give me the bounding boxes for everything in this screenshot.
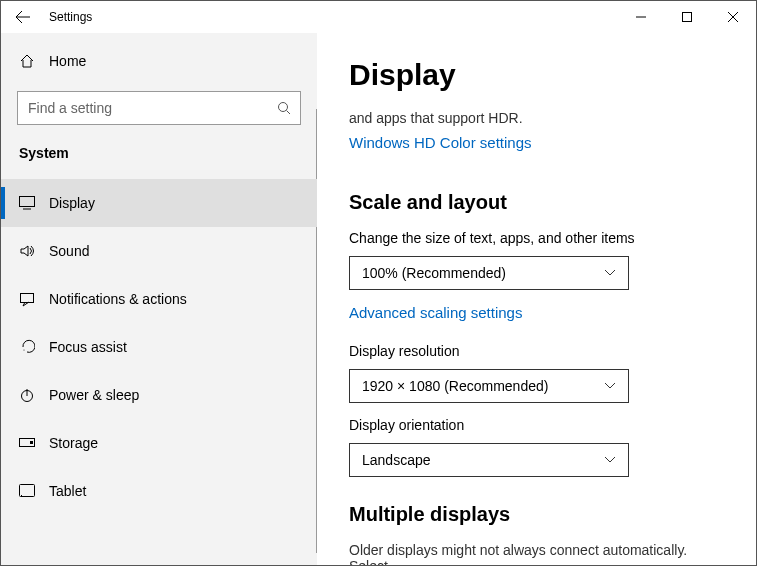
power-icon [19, 387, 49, 403]
orientation-dropdown[interactable]: Landscape [349, 443, 629, 477]
search-icon [268, 101, 300, 115]
sidebar-item-label: Storage [49, 435, 98, 451]
title-bar: Settings [1, 1, 756, 33]
search-box[interactable] [17, 91, 301, 125]
sidebar-heading: System [1, 145, 317, 179]
svg-point-1 [279, 103, 288, 112]
scale-layout-heading: Scale and layout [349, 191, 726, 214]
close-icon [728, 12, 738, 22]
sidebar-item-label: Focus assist [49, 339, 127, 355]
orientation-label: Display orientation [349, 417, 726, 433]
maximize-button[interactable] [664, 1, 710, 33]
text-size-dropdown[interactable]: 100% (Recommended) [349, 256, 629, 290]
svg-rect-0 [683, 13, 692, 22]
sidebar-item-power-sleep[interactable]: Power & sleep [1, 371, 317, 419]
minimize-button[interactable] [618, 1, 664, 33]
sidebar-item-label: Notifications & actions [49, 291, 187, 307]
tablet-icon [19, 484, 49, 498]
storage-icon [19, 438, 49, 448]
minimize-icon [636, 12, 646, 22]
focus-assist-icon [19, 339, 49, 355]
svg-rect-7 [30, 441, 33, 444]
multiple-displays-note: Older displays might not always connect … [349, 542, 726, 565]
sidebar: Home System Display Sound [1, 33, 317, 565]
maximize-icon [682, 12, 692, 22]
svg-point-4 [24, 350, 25, 351]
sidebar-item-label: Tablet [49, 483, 86, 499]
chevron-down-icon [604, 269, 616, 277]
home-label: Home [49, 53, 86, 69]
hdr-note-text: and apps that support HDR. [349, 110, 726, 126]
sidebar-item-sound[interactable]: Sound [1, 227, 317, 275]
svg-rect-2 [20, 197, 35, 207]
resolution-dropdown[interactable]: 1920 × 1080 (Recommended) [349, 369, 629, 403]
sidebar-item-label: Power & sleep [49, 387, 139, 403]
sidebar-item-tablet[interactable]: Tablet [1, 467, 317, 515]
sidebar-item-focus-assist[interactable]: Focus assist [1, 323, 317, 371]
display-icon [19, 196, 49, 210]
search-input[interactable] [18, 100, 268, 116]
svg-rect-3 [21, 294, 34, 303]
notifications-icon [19, 291, 49, 307]
multiple-displays-heading: Multiple displays [349, 503, 726, 526]
window-title: Settings [45, 10, 92, 24]
orientation-value: Landscape [362, 452, 431, 468]
sound-icon [19, 243, 49, 259]
chevron-down-icon [604, 456, 616, 464]
sidebar-item-label: Sound [49, 243, 89, 259]
home-button[interactable]: Home [1, 43, 317, 79]
back-button[interactable] [1, 1, 45, 33]
close-button[interactable] [710, 1, 756, 33]
hdr-settings-link[interactable]: Windows HD Color settings [349, 134, 532, 151]
svg-rect-8 [20, 485, 35, 497]
sidebar-item-display[interactable]: Display [1, 179, 317, 227]
content-pane: Display and apps that support HDR. Windo… [317, 33, 756, 565]
sidebar-item-notifications[interactable]: Notifications & actions [1, 275, 317, 323]
page-title: Display [349, 58, 726, 92]
resolution-label: Display resolution [349, 343, 726, 359]
resolution-value: 1920 × 1080 (Recommended) [362, 378, 548, 394]
sidebar-item-storage[interactable]: Storage [1, 419, 317, 467]
sidebar-item-label: Display [49, 195, 95, 211]
chevron-down-icon [604, 382, 616, 390]
home-icon [19, 53, 49, 69]
text-size-label: Change the size of text, apps, and other… [349, 230, 726, 246]
text-size-value: 100% (Recommended) [362, 265, 506, 281]
back-arrow-icon [15, 9, 31, 25]
advanced-scaling-link[interactable]: Advanced scaling settings [349, 304, 522, 321]
